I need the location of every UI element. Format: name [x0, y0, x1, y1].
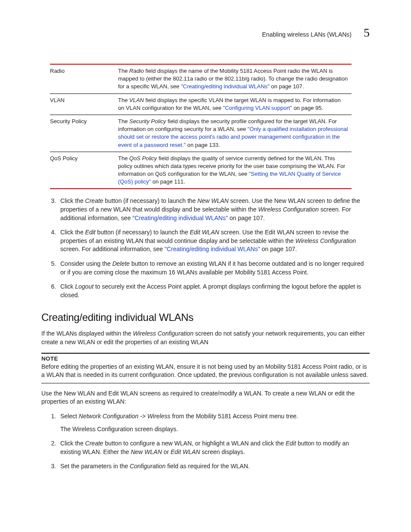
list-item: Set the parameters in the Configuration …	[58, 462, 370, 471]
desc-cell: The QoS Policy field displays the qualit…	[118, 152, 352, 189]
list-item: Select Network Configuration -> Wireless…	[58, 412, 370, 433]
note-rule-bottom	[41, 383, 370, 383]
list-item: Click the Edit button (if necessary) to …	[58, 228, 370, 254]
sub-step: The Wireless Configuration screen displa…	[60, 425, 370, 434]
list-item: Click the Create button to configure a n…	[58, 439, 370, 456]
table-row: QoS Policy The QoS Policy field displays…	[50, 152, 352, 189]
table-row: Radio The Radio field displays the name …	[50, 64, 352, 93]
table-row: Security Policy The Security Policy fiel…	[50, 115, 352, 152]
chapter-number: 5	[364, 26, 370, 40]
field-definitions-table: Radio The Radio field displays the name …	[50, 64, 352, 189]
procedure-steps-a: Click the Create button (if necessary) t…	[50, 197, 370, 299]
desc-cell: The VLAN field displays the specific VLA…	[118, 93, 352, 115]
term-cell: Security Policy	[50, 115, 118, 152]
desc-cell: The Radio field displays the name of the…	[118, 64, 352, 93]
list-item: Consider using the Delete button to remo…	[58, 260, 370, 277]
xref-link[interactable]: "Configuring VLAN support"	[223, 105, 292, 111]
note-label: NOTE	[41, 355, 370, 362]
desc-cell: The Security Policy field displays the s…	[118, 115, 352, 152]
page-header: Enabling wireless LANs (WLANs) 5	[41, 26, 370, 40]
note-rule-top	[41, 353, 370, 354]
term-cell: VLAN	[50, 93, 118, 115]
list-item: Click the Create button (if necessary) t…	[58, 197, 370, 222]
xref-link[interactable]: "Creating/editing individual WLANs"	[132, 215, 228, 221]
section-heading: Creating/editing individual WLANs	[41, 311, 370, 324]
term-cell: Radio	[50, 64, 118, 93]
xref-link[interactable]: "Creating/editing individual WLANs"	[165, 246, 260, 252]
term-cell: QoS Policy	[50, 152, 118, 189]
note-text: Before editing the properties of an exis…	[41, 363, 370, 380]
procedure-steps-b: Select Network Configuration -> Wireless…	[50, 412, 370, 471]
section-intro: If the WLANs displayed within the Wirele…	[41, 330, 370, 346]
header-title: Enabling wireless LANs (WLANs)	[262, 31, 352, 38]
body-paragraph: Use the New WLAN and Edit WLAN screens a…	[41, 389, 370, 406]
list-item: Click Logout to securely exit the Access…	[58, 283, 370, 299]
xref-link[interactable]: "Creating/editing individual WLANs"	[181, 83, 270, 90]
table-row: VLAN The VLAN field displays the specifi…	[50, 93, 352, 115]
